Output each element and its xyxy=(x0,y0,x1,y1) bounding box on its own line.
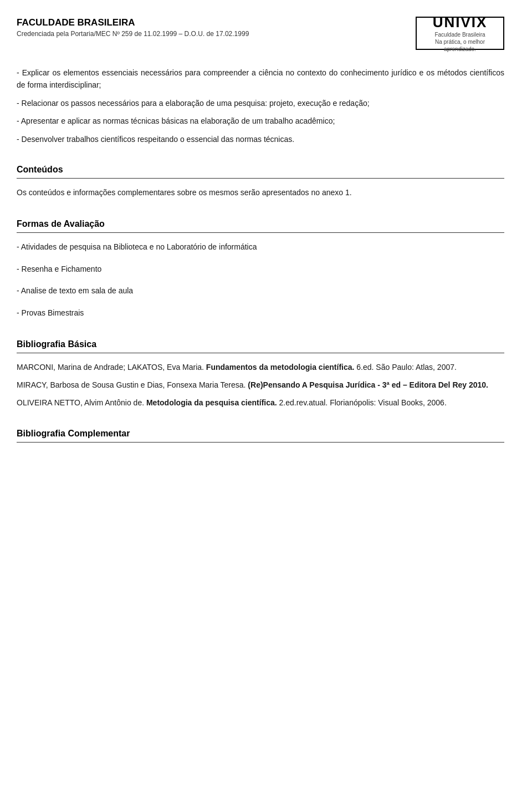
bib1-bold: Fundamentos da metodologia científica. xyxy=(206,363,355,372)
avaliacao-item4: - Provas Bimestrais xyxy=(17,307,504,320)
avaliacao-item3: - Analise de texto em sala de aula xyxy=(17,284,504,298)
bibcomplementar-title: Bibliografia Complementar xyxy=(17,429,504,439)
conteudos-title: Conteúdos xyxy=(17,165,504,175)
logo-line2: Na prática, o melhor aprendizado. xyxy=(422,38,498,53)
page: FACULDADE BRASILEIRA Credenciada pela Po… xyxy=(0,0,532,788)
logo-brand: UNIVIX xyxy=(433,14,488,31)
bib-entry-2: MIRACY, Barbosa de Sousa Gustin e Dias, … xyxy=(17,379,504,392)
bibcomplementar-divider xyxy=(17,442,504,443)
conteudos-divider xyxy=(17,178,504,179)
avaliacao-title: Formas de Avaliação xyxy=(17,219,504,229)
intro-text: - Explicar os elementos essenciais neces… xyxy=(17,67,504,91)
logo-line1: Faculdade Brasileira xyxy=(434,31,485,38)
institution-name: FACULDADE BRASILEIRA xyxy=(17,17,416,29)
logo-box: UNIVIX Faculdade Brasileira Na prática, … xyxy=(416,17,504,50)
bib1-normal: MARCONI, Marina de Andrade; LAKATOS, Eva… xyxy=(17,363,206,372)
bib2-normal: MIRACY, Barbosa de Sousa Gustin e Dias, … xyxy=(17,380,248,389)
bibbasica-divider xyxy=(17,353,504,353)
bibbasica-title: Bibliografia Básica xyxy=(17,339,504,349)
avaliacao-divider xyxy=(17,232,504,233)
header-left: FACULDADE BRASILEIRA Credenciada pela Po… xyxy=(17,17,416,38)
bullet1: - Relacionar os passos necessários para … xyxy=(17,97,504,109)
bullet3: - Desenvolver trabalhos científicos resp… xyxy=(17,133,504,145)
avaliacao-section: Formas de Avaliação - Atividades de pesq… xyxy=(17,219,504,320)
avaliacao-item1: - Atividades de pesquisa na Biblioteca e… xyxy=(17,241,504,254)
conteudos-section: Conteúdos Os conteúdos e informações com… xyxy=(17,165,504,200)
bib1-rest: 6.ed. São Paulo: Atlas, 2007. xyxy=(354,363,456,372)
bib-entry-1: MARCONI, Marina de Andrade; LAKATOS, Eva… xyxy=(17,361,504,374)
bib3-rest: 2.ed.rev.atual. Florianópolis: Visual Bo… xyxy=(277,398,447,407)
bib3-normal: OLIVEIRA NETTO, Alvim Antônio de. xyxy=(17,398,146,407)
bib2-bold: (Re)Pensando A Pesquisa Jurídica - 3ª ed… xyxy=(248,380,488,389)
bibbasica-section: Bibliografia Básica MARCONI, Marina de A… xyxy=(17,339,504,409)
bib-entry-3: OLIVEIRA NETTO, Alvim Antônio de. Metodo… xyxy=(17,396,504,410)
bibcomplementar-section: Bibliografia Complementar xyxy=(17,429,504,443)
bib3-bold: Metodologia da pesquisa científica. xyxy=(146,398,277,407)
page-header: FACULDADE BRASILEIRA Credenciada pela Po… xyxy=(17,17,504,50)
institution-subtitle: Credenciada pela Portaria/MEC Nº 259 de … xyxy=(17,30,416,38)
avaliacao-item2: - Resenha e Fichamento xyxy=(17,263,504,276)
bullet2: - Apresentar e aplicar as normas técnica… xyxy=(17,115,504,127)
conteudos-text: Os conteúdos e informações complementare… xyxy=(17,186,504,200)
